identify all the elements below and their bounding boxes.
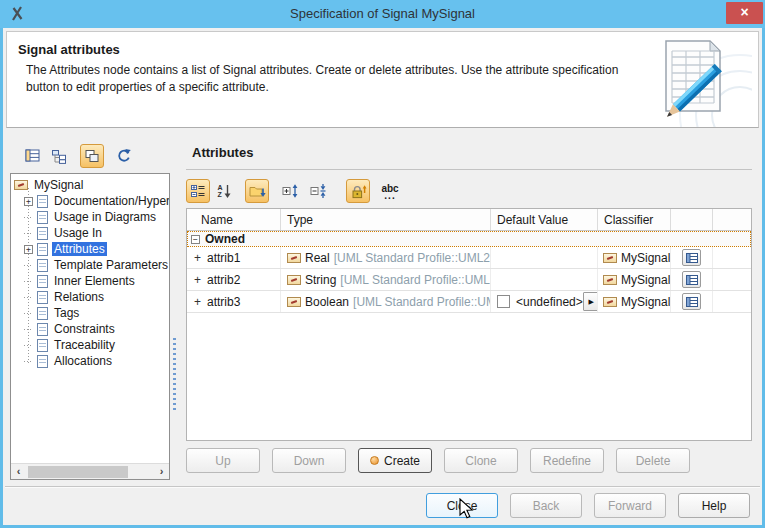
close-window-button[interactable]: × [726,2,763,24]
attribute-name: attrib1 [207,251,240,265]
tree-item-usage-in-diagrams[interactable]: Usage in Diagrams [11,209,169,225]
table-row-attrib2[interactable]: + attrib2 String [UML Standard Profile::… [187,269,751,291]
structure-view-icon[interactable] [80,144,104,168]
column-header-default-value[interactable]: Default Value [491,209,598,230]
tree-item-tags[interactable]: Tags [11,305,169,321]
cell-type[interactable]: String [UML Standard Profile::UML2 Meta… [281,269,491,290]
refresh-icon[interactable] [112,144,136,168]
attribute-specification-button[interactable] [682,293,701,310]
tree-item-usage-in[interactable]: Usage In [11,225,169,241]
up-button[interactable]: Up [186,448,260,473]
tree-item-documentation[interactable]: + Documentation/Hyperlin [11,193,169,209]
cell-default-value[interactable] [491,247,598,268]
document-icon [37,211,48,224]
cell-blank [713,247,751,268]
cell-actions [671,247,713,268]
tree-item-relations[interactable]: Relations [11,289,169,305]
tree-item-inner-elements[interactable]: Inner Elements [11,273,169,289]
sort-alphabetically-icon[interactable]: AZ [212,179,236,203]
tree-item-constraints[interactable]: Constraints [11,321,169,337]
expand-all-icon[interactable] [278,179,302,203]
type-name: String [305,273,336,287]
tree-connector [24,345,33,346]
table-edit-buttons: Up Down Create Clone Redefine Delete [186,448,690,473]
edit-abc-icon[interactable]: abc ... [376,179,404,203]
containment-tree-icon[interactable] [47,144,71,168]
dropdown-arrow-button[interactable]: ▶ [583,292,598,311]
down-button[interactable]: Down [272,448,346,473]
specification-dialog: Specification of Signal MySignal × Signa… [0,0,765,528]
scrollbar-thumb[interactable] [28,466,128,478]
signal-icon [603,297,617,307]
attribute-name: attrib3 [207,295,240,309]
row-expand-icon[interactable]: + [194,295,202,309]
table-header-row: Name Type Default Value Classifier [187,209,751,231]
classifier-name: MySignal [621,295,670,309]
cell-actions [671,291,713,312]
lock-order-icon[interactable] [346,179,370,203]
expand-plus-icon[interactable]: + [24,245,33,254]
signal-icon [14,180,28,190]
delete-button[interactable]: Delete [616,448,690,473]
group-row-owned[interactable]: − Owned [187,231,751,247]
column-header-classifier[interactable]: Classifier [598,209,671,230]
cell-classifier[interactable]: MySignal [… [598,291,671,312]
cell-blank [713,269,751,290]
type-detail: [UML Standard Profile::UML2 Me… [353,295,491,309]
header-description: The Attributes node contains a list of S… [26,62,646,96]
attributes-table: Name Type Default Value Classifier − Own… [186,208,752,441]
title-bar[interactable]: Specification of Signal MySignal × [0,0,765,28]
panel-splitter[interactable] [173,338,176,410]
tree-item-allocations[interactable]: Allocations [11,353,169,369]
help-button[interactable]: Help [678,493,750,518]
attribute-name: attrib2 [207,273,240,287]
back-button[interactable]: Back [510,493,582,518]
cell-type[interactable]: Boolean [UML Standard Profile::UML2 Me… [281,291,491,312]
tree-item-template-parameters[interactable]: Template Parameters [11,257,169,273]
tree-horizontal-scrollbar[interactable]: ‹ › [11,463,169,479]
tree-connector [24,297,33,298]
redefine-button[interactable]: Redefine [530,448,604,473]
panel-title: Attributes [192,145,253,160]
tree-toolbar [21,143,136,169]
scroll-left-icon[interactable]: ‹ [11,464,26,479]
properties-view-icon[interactable] [21,144,45,168]
row-expand-icon[interactable]: + [194,251,202,265]
attribute-specification-button[interactable] [682,249,701,266]
attribute-specification-button[interactable] [682,271,701,288]
classifier-name: MySignal [621,251,670,265]
row-expand-icon[interactable]: + [194,273,202,287]
create-button[interactable]: Create [358,448,432,473]
window-title: Specification of Signal MySignal [0,6,765,21]
group-by-hierarchy-icon[interactable] [245,179,269,203]
type-name: Real [305,251,330,265]
datatype-icon [287,297,301,307]
tree-connector [24,361,33,362]
clone-button[interactable]: Clone [444,448,518,473]
table-row-attrib1[interactable]: + attrib1 Real [UML Standard Profile::UM… [187,247,751,269]
scroll-right-icon[interactable]: › [154,464,169,479]
cell-name[interactable]: + attrib2 [187,269,281,290]
column-header-type[interactable]: Type [281,209,491,230]
datatype-icon [287,253,301,263]
collapse-all-icon[interactable] [306,179,330,203]
tree-item-attributes[interactable]: + Attributes [11,241,169,257]
forward-button[interactable]: Forward [594,493,666,518]
document-icon [37,227,48,240]
cell-classifier[interactable]: MySignal [… [598,269,671,290]
cell-default-value[interactable] [491,269,598,290]
cell-name[interactable]: + attrib3 [187,291,281,312]
cell-classifier[interactable]: MySignal [… [598,247,671,268]
cell-default-value[interactable]: <undefined> ▶ [491,291,598,312]
expand-plus-icon[interactable]: + [24,197,33,206]
collapse-minus-icon[interactable]: − [191,235,200,244]
default-value-checkbox[interactable] [497,295,510,308]
grouped-list-icon[interactable] [186,179,210,203]
document-icon [37,339,48,352]
column-header-name[interactable]: Name [187,209,281,230]
table-row-attrib3[interactable]: + attrib3 Boolean [UML Standard Profile:… [187,291,751,313]
tree-item-mysignal[interactable]: MySignal [11,177,169,193]
cell-type[interactable]: Real [UML Standard Profile::UML2 Meta… [281,247,491,268]
cell-name[interactable]: + attrib1 [187,247,281,268]
tree-item-traceability[interactable]: Traceability [11,337,169,353]
